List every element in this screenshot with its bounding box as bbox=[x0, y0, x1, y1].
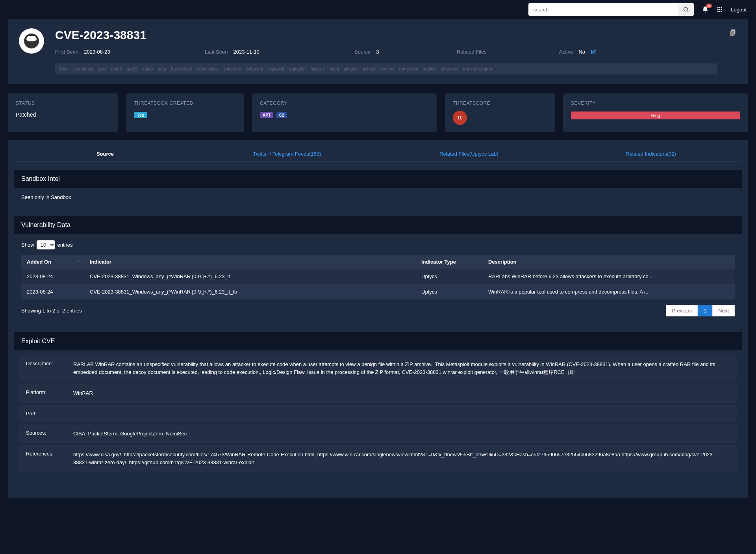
sandbox-section: Sandbox Intel Seen only in Sandbox bbox=[14, 170, 742, 206]
edit-active-button[interactable] bbox=[591, 49, 596, 55]
tab-feeds[interactable]: Twitter / Telegram Feeds(168) bbox=[196, 146, 378, 162]
tag-cobaltstrike[interactable]: cobaltstrike bbox=[197, 67, 219, 71]
tag-agenttesla[interactable]: agenttesla bbox=[73, 67, 93, 71]
anonymous-icon bbox=[24, 33, 39, 48]
col-added-on[interactable]: Added On bbox=[21, 255, 84, 269]
svg-rect-4 bbox=[721, 7, 723, 8]
tag-apt40[interactable]: apt40 bbox=[142, 67, 153, 71]
tab-row: Source Twitter / Telegram Feeds(168) Rel… bbox=[14, 146, 742, 162]
meta-source: Source 3 bbox=[354, 49, 433, 55]
svg-point-0 bbox=[684, 7, 687, 11]
last-seen-value: 2023-11-10 bbox=[233, 49, 260, 55]
table-footer: Showing 1 to 2 of 2 entries Previous 1 N… bbox=[21, 305, 735, 316]
svg-rect-12 bbox=[730, 31, 734, 36]
tag-0day[interactable]: 0day bbox=[59, 67, 69, 71]
tab-source[interactable]: Source bbox=[14, 146, 196, 162]
topbar: 0 Logout bbox=[0, 0, 756, 19]
meta-last-seen: Last Seen 2023-11-10 bbox=[205, 49, 331, 55]
tag-qakbot[interactable]: qakbot bbox=[363, 67, 376, 71]
col-indicator-type[interactable]: Indicator Type bbox=[416, 255, 483, 269]
tag-ares[interactable]: ares bbox=[158, 67, 166, 71]
category-card-label: CATEGORY bbox=[260, 100, 429, 106]
last-seen-label: Last Seen bbox=[205, 49, 228, 55]
cell-type: Uptycs bbox=[416, 284, 483, 299]
search-input[interactable] bbox=[528, 7, 678, 13]
vulnerability-section: Vulnerability Data Show 10 entries Added… bbox=[14, 216, 742, 323]
showing-text: Showing 1 to 2 of 2 entries bbox=[21, 308, 82, 314]
severity-card: SEVERITY Hihg bbox=[563, 93, 748, 132]
tag-pikabot[interactable]: pikabot bbox=[344, 67, 358, 71]
exploit-row-label: Platform: bbox=[26, 389, 65, 397]
tag-cyberwar[interactable]: cyberwar bbox=[246, 67, 263, 71]
related-files-label: Related Files bbox=[457, 49, 487, 55]
apps-icon bbox=[717, 6, 723, 13]
pager: Previous 1 Next bbox=[666, 305, 735, 316]
tag-mars[interactable]: mars bbox=[330, 67, 339, 71]
exploit-row: References:https://www.cisa.gov/, https:… bbox=[19, 445, 737, 472]
show-entries-select[interactable]: 10 bbox=[37, 240, 55, 249]
tag-guloader[interactable]: guloader bbox=[289, 67, 306, 71]
search-button[interactable] bbox=[678, 3, 694, 16]
logout-link[interactable]: Logout bbox=[731, 7, 747, 13]
status-card-label: STATUS bbox=[16, 100, 110, 106]
tag-remcosrat[interactable]: remcosrat bbox=[399, 67, 419, 71]
svg-rect-9 bbox=[719, 11, 721, 12]
svg-line-1 bbox=[687, 11, 688, 12]
tag-apt1[interactable]: apt1 bbox=[98, 67, 106, 71]
tag-lazarus[interactable]: lazarus bbox=[311, 67, 324, 71]
exploit-section-body: Description:RARLAB WinRAR contains an un… bbox=[14, 350, 742, 479]
avatar bbox=[19, 28, 44, 54]
tag-darkweb[interactable]: darkweb bbox=[268, 67, 285, 71]
tag-remcos[interactable]: remcos bbox=[380, 67, 395, 71]
table-row[interactable]: 2023-08-24CVE-2023-38831_Windows_any_(^W… bbox=[21, 284, 735, 299]
tab-related-indicators[interactable]: Related Indicators(32) bbox=[560, 146, 742, 162]
exploit-row: Sources:CISA, PacketStorm, GoogleProject… bbox=[19, 424, 737, 443]
apps-button[interactable] bbox=[717, 6, 723, 13]
show-entries-row: Show 10 entries bbox=[21, 240, 735, 249]
tag-transparenttribe[interactable]: transparenttribe bbox=[463, 67, 493, 71]
meta-active: Active No bbox=[559, 49, 596, 55]
status-value: Patched bbox=[16, 112, 110, 118]
meta-row: First Seen 2023-08-23 Last Seen 2023-11-… bbox=[55, 49, 717, 55]
pager-next[interactable]: Next bbox=[712, 305, 735, 316]
pager-page-1[interactable]: 1 bbox=[698, 305, 712, 316]
created-card-label: THREATBOOK CREATED bbox=[134, 100, 236, 106]
tag-saaiwc[interactable]: saaiwc bbox=[423, 67, 437, 71]
search-wrapper bbox=[528, 3, 694, 16]
tag-apt28[interactable]: apt28 bbox=[111, 67, 122, 71]
source-label: Source bbox=[354, 49, 371, 55]
severity-card-label: SEVERITY bbox=[571, 100, 740, 106]
cell-added: 2023-08-24 bbox=[21, 269, 84, 284]
created-card: THREATBOOK CREATED Yes bbox=[126, 93, 244, 132]
source-value: 3 bbox=[376, 49, 379, 55]
first-seen-value: 2023-08-23 bbox=[84, 49, 110, 55]
exploit-row-value: RARLAB WinRAR contains an unspecified vu… bbox=[73, 361, 730, 376]
tag-bumblebee[interactable]: bumblebee bbox=[171, 67, 192, 71]
threatscore-card-label: THREATSCORE bbox=[453, 100, 547, 106]
first-seen-label: First Seen bbox=[55, 49, 78, 55]
tag-sidecopy[interactable]: sidecopy bbox=[441, 67, 458, 71]
exploit-row-value: CISA, PacketStorm, GoogleProjectZero, No… bbox=[73, 430, 187, 438]
exploit-row-label: Description: bbox=[26, 361, 65, 376]
tab-related-files[interactable]: Related Files(Uptycs Lab) bbox=[378, 146, 560, 162]
copy-button[interactable] bbox=[728, 28, 737, 74]
notifications-button[interactable]: 0 bbox=[702, 6, 709, 13]
col-description[interactable]: Description bbox=[483, 255, 735, 269]
pager-previous[interactable]: Previous bbox=[666, 305, 698, 316]
cell-added: 2023-08-24 bbox=[21, 284, 84, 299]
exploit-row-label: Port: bbox=[26, 411, 65, 416]
svg-rect-8 bbox=[717, 11, 719, 12]
exploit-row-label: Sources: bbox=[26, 430, 65, 438]
cell-indicator: CVE-2023-38831_Windows_any_(^WinRAR [0-9… bbox=[84, 269, 416, 284]
created-value-badge: Yes bbox=[134, 112, 147, 118]
category-pill-c2: C2 bbox=[276, 112, 287, 118]
exploit-row: Port: bbox=[19, 405, 737, 422]
edit-icon bbox=[591, 49, 596, 55]
exploit-row-value: https://www.cisa.gov/, https://packetsto… bbox=[73, 451, 730, 466]
table-row[interactable]: 2023-08-24CVE-2023-38831_Windows_any_(^W… bbox=[21, 269, 735, 284]
col-indicator[interactable]: Indicator bbox=[84, 255, 416, 269]
tag-apt29[interactable]: apt29 bbox=[127, 67, 138, 71]
svg-rect-7 bbox=[721, 9, 723, 10]
svg-rect-6 bbox=[719, 9, 721, 10]
tag-cybersec[interactable]: cybersec bbox=[224, 67, 241, 71]
